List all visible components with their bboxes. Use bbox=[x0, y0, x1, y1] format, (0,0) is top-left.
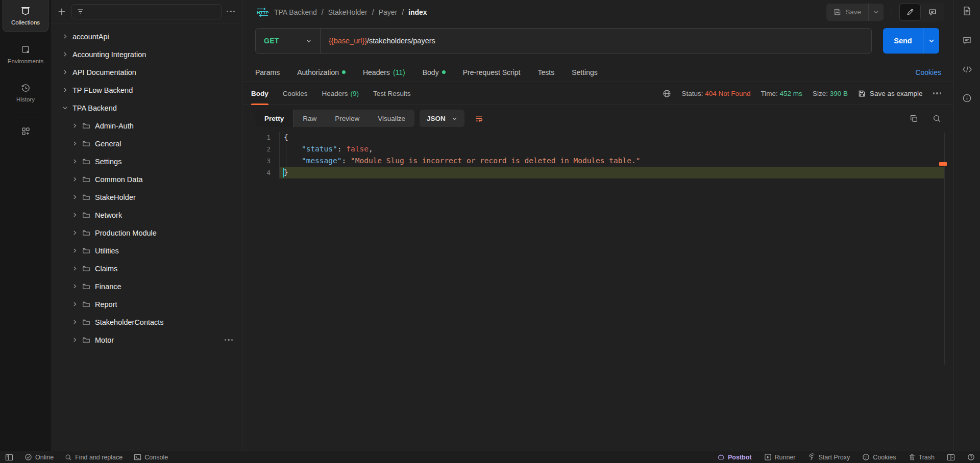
rail-item-collections[interactable]: Collections bbox=[3, 0, 48, 32]
tree-item-label: Settings bbox=[95, 158, 121, 166]
tab-authorization[interactable]: Authorization bbox=[297, 68, 346, 76]
copy-response-button[interactable] bbox=[910, 114, 918, 123]
tree-item-folder[interactable]: Utilities bbox=[51, 242, 242, 260]
connection-status[interactable]: Online bbox=[24, 453, 54, 461]
tab-settings[interactable]: Settings bbox=[572, 68, 598, 76]
sidebar-search-input[interactable] bbox=[88, 8, 216, 15]
tree-item-collection[interactable]: accountApi bbox=[51, 28, 242, 45]
rail-item-history[interactable]: History bbox=[3, 78, 48, 109]
edit-request-button[interactable] bbox=[899, 4, 921, 21]
tab-tests[interactable]: Tests bbox=[537, 68, 554, 76]
tree-item-label: API Documentation bbox=[72, 68, 136, 76]
chevron-down-icon bbox=[452, 116, 457, 121]
toggle-sidebar-button[interactable] bbox=[5, 453, 13, 461]
tree-item-collection-expanded[interactable]: TPA Backend bbox=[51, 99, 242, 117]
view-raw[interactable]: Raw bbox=[293, 110, 326, 127]
sidebar-toolbar bbox=[51, 0, 242, 23]
tree-item-label: Production Module bbox=[95, 229, 157, 237]
tree-item-folder[interactable]: Admin-Auth bbox=[51, 117, 242, 135]
breadcrumb-folder[interactable]: StakeHolder bbox=[328, 8, 368, 16]
tree-item-folder[interactable]: Common Data bbox=[51, 170, 242, 188]
line-number: 3 bbox=[243, 155, 280, 167]
view-preview[interactable]: Preview bbox=[326, 110, 369, 127]
cookies-button[interactable]: Cookies bbox=[862, 453, 896, 461]
tab-prerequest-script[interactable]: Pre-request Script bbox=[463, 68, 521, 76]
response-tab-body[interactable]: Body bbox=[251, 82, 268, 105]
sidebar-more-menu[interactable] bbox=[227, 11, 235, 13]
new-collection-button[interactable] bbox=[57, 7, 66, 16]
view-pretty[interactable]: Pretty bbox=[255, 110, 293, 127]
comments-button[interactable] bbox=[922, 4, 943, 21]
response-tab-headers[interactable]: Headers(9) bbox=[322, 82, 359, 105]
console-button[interactable]: Console bbox=[134, 453, 168, 461]
url-input[interactable]: {{base_url}}/stakeholders/payers bbox=[321, 37, 444, 45]
save-options-button[interactable] bbox=[868, 4, 884, 21]
folder-icon bbox=[82, 140, 90, 148]
tree-item-more-menu[interactable] bbox=[225, 339, 233, 341]
tree-item-folder-hovered[interactable]: Motor bbox=[51, 331, 242, 349]
editor-scrollbar[interactable] bbox=[944, 133, 945, 365]
url-path: /stakeholders/payers bbox=[367, 37, 435, 45]
breadcrumb-collection[interactable]: TPA Backend bbox=[274, 8, 317, 16]
tree-item-label: Utilities bbox=[95, 247, 119, 255]
tree-item-folder[interactable]: Settings bbox=[51, 152, 242, 170]
tab-params[interactable]: Params bbox=[255, 68, 280, 76]
tree-item-collection[interactable]: TP FLow Backend bbox=[51, 81, 242, 99]
breadcrumb-subfolder[interactable]: Payer bbox=[379, 8, 398, 16]
send-options-button[interactable] bbox=[923, 28, 939, 54]
response-tab-cookies[interactable]: Cookies bbox=[283, 82, 308, 105]
filter-icon bbox=[77, 8, 84, 15]
tree-item-collection[interactable]: Accounting Integration bbox=[51, 45, 242, 63]
configure-sidebar-button[interactable] bbox=[21, 126, 31, 136]
wrap-lines-button[interactable] bbox=[470, 110, 489, 127]
runner-button[interactable]: Runner bbox=[764, 453, 796, 461]
comment-icon bbox=[928, 8, 937, 16]
cookies-link[interactable]: Cookies bbox=[915, 68, 941, 76]
response-meta: Status: 404 Not Found Time: 452 ms Size:… bbox=[663, 89, 941, 98]
tree-item-folder[interactable]: StakeHolder bbox=[51, 188, 242, 206]
split-panel-button[interactable] bbox=[947, 453, 955, 461]
chevron-right-icon bbox=[72, 284, 78, 289]
breadcrumb-separator: / bbox=[322, 8, 324, 16]
time-group: Time: 452 ms bbox=[761, 90, 802, 97]
globe-icon[interactable] bbox=[663, 89, 671, 98]
find-and-replace-button[interactable]: Find and replace bbox=[65, 454, 122, 461]
response-more-menu[interactable] bbox=[933, 92, 942, 94]
tree-item-folder[interactable]: Finance bbox=[51, 277, 242, 295]
trash-icon bbox=[909, 453, 916, 461]
tree-item-folder[interactable]: General bbox=[51, 135, 242, 152]
chevron-right-icon bbox=[72, 337, 78, 343]
trash-button[interactable]: Trash bbox=[909, 453, 935, 461]
tree-item-folder[interactable]: Claims bbox=[51, 260, 242, 277]
send-button[interactable]: Send bbox=[883, 28, 939, 54]
save-as-example-button[interactable]: Save as example bbox=[858, 90, 923, 97]
tree-item-folder[interactable]: Network bbox=[51, 206, 242, 224]
documentation-button[interactable] bbox=[962, 6, 972, 16]
tree-item-collection[interactable]: API Documentation bbox=[51, 63, 242, 81]
response-body-editor[interactable]: 1 { 2 "status": false, 3 "message": "Mod… bbox=[243, 132, 953, 450]
comments-panel-button[interactable] bbox=[962, 36, 972, 45]
request-info-button[interactable] bbox=[962, 93, 972, 103]
tree-item-folder[interactable]: Report bbox=[51, 295, 242, 313]
rail-item-environments[interactable]: Environments bbox=[3, 39, 48, 70]
method-selector[interactable]: GET bbox=[256, 37, 320, 45]
start-proxy-button[interactable]: Start Proxy bbox=[808, 453, 850, 461]
status-value: 404 Not Found bbox=[705, 90, 750, 97]
view-visualize[interactable]: Visualize bbox=[369, 110, 414, 127]
rail-label-history: History bbox=[16, 96, 35, 102]
save-button[interactable]: Save bbox=[826, 4, 884, 21]
tree-item-folder[interactable]: StakeholderContacts bbox=[51, 313, 242, 331]
postbot-button[interactable]: Postbot bbox=[717, 453, 752, 461]
sidebar-search-box[interactable] bbox=[71, 4, 222, 19]
folder-icon bbox=[82, 336, 90, 344]
response-tab-test-results[interactable]: Test Results bbox=[373, 82, 411, 105]
response-headers-count: (9) bbox=[351, 90, 359, 97]
code-snippet-button[interactable] bbox=[962, 65, 972, 73]
format-selector[interactable]: JSON bbox=[420, 110, 464, 127]
breadcrumb-request-name[interactable]: index bbox=[408, 8, 427, 16]
search-response-button[interactable] bbox=[933, 114, 941, 123]
tree-item-folder[interactable]: Production Module bbox=[51, 224, 242, 242]
tab-headers[interactable]: Headers(11) bbox=[363, 68, 405, 76]
help-button[interactable] bbox=[967, 453, 975, 461]
tab-body[interactable]: Body bbox=[423, 68, 446, 76]
